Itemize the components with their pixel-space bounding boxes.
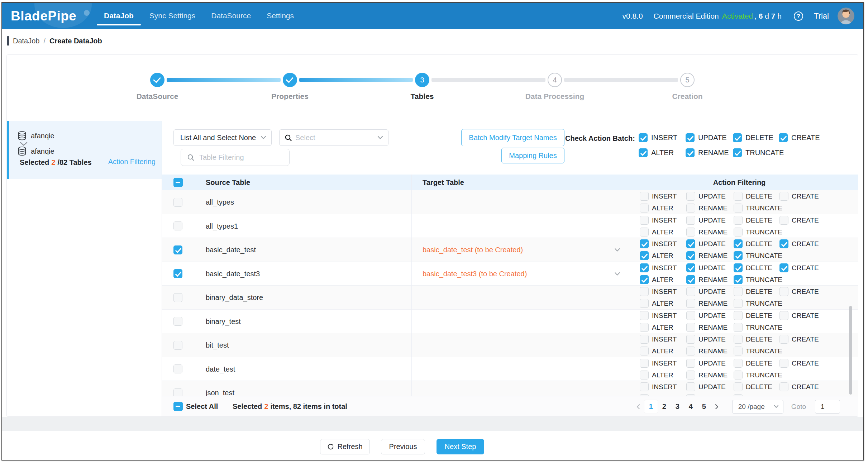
breadcrumb-root[interactable]: DataJob — [13, 37, 40, 45]
row-checkbox-delete[interactable] — [734, 335, 743, 344]
row-checkbox-update[interactable] — [686, 239, 695, 248]
row-checkbox-delete[interactable] — [734, 382, 743, 391]
batch-checkbox-alter[interactable] — [639, 148, 648, 157]
row-checkbox-rename[interactable] — [686, 299, 695, 308]
page-size-select[interactable]: 20 /page — [732, 400, 783, 414]
next-step-button[interactable]: Next Step — [437, 439, 484, 454]
row-checkbox-insert[interactable] — [640, 287, 649, 296]
row-checkbox-create[interactable] — [779, 263, 788, 272]
row-checkbox-rename[interactable] — [686, 251, 695, 260]
row-checkbox-delete[interactable] — [734, 311, 743, 320]
row-checkbox-insert[interactable] — [640, 335, 649, 344]
sidebar-selected-pair[interactable]: afanqie afanqie Selected2/82 Tables Acti… — [7, 121, 162, 179]
row-checkbox-rename[interactable] — [686, 204, 695, 213]
row-checkbox-update[interactable] — [686, 192, 695, 201]
batch-checkbox-truncate[interactable] — [733, 148, 742, 157]
batch-checkbox-create[interactable] — [779, 133, 788, 142]
row-checkbox-rename[interactable] — [686, 275, 695, 284]
row-checkbox-insert[interactable] — [640, 263, 649, 272]
row-checkbox-rename[interactable] — [686, 371, 695, 380]
row-checkbox-alter[interactable] — [640, 371, 649, 380]
row-checkbox-alter[interactable] — [640, 347, 649, 355]
batch-modify-button[interactable]: Batch Modify Target Names — [461, 129, 564, 146]
nav-item-datasource[interactable]: DataSource — [203, 3, 259, 29]
row-select-checkbox[interactable] — [173, 364, 182, 373]
page-number-5[interactable]: 5 — [697, 400, 711, 413]
row-checkbox-create[interactable] — [779, 192, 788, 201]
nav-item-sync-settings[interactable]: Sync Settings — [142, 3, 203, 29]
row-select-checkbox[interactable] — [173, 269, 182, 278]
row-checkbox-insert[interactable] — [640, 239, 649, 248]
row-checkbox-create[interactable] — [779, 287, 788, 296]
select-all-checkbox[interactable] — [173, 402, 183, 411]
row-checkbox-truncate[interactable] — [734, 204, 743, 213]
batch-checkbox-rename[interactable] — [686, 148, 695, 157]
row-checkbox-delete[interactable] — [734, 239, 743, 248]
row-checkbox-rename[interactable] — [686, 228, 695, 237]
page-number-4[interactable]: 4 — [684, 400, 697, 413]
row-checkbox-update[interactable] — [686, 382, 695, 391]
nav-item-settings[interactable]: Settings — [259, 3, 302, 29]
table-filter-field[interactable] — [181, 149, 290, 166]
goto-page-input[interactable] — [815, 400, 840, 414]
help-icon[interactable]: ? — [793, 11, 803, 21]
select-page-checkbox[interactable] — [173, 178, 183, 187]
row-checkbox-update[interactable] — [686, 311, 695, 320]
page-number-2[interactable]: 2 — [658, 400, 671, 413]
row-checkbox-alter[interactable] — [640, 204, 649, 213]
row-checkbox-truncate[interactable] — [734, 323, 743, 332]
page-number-3[interactable]: 3 — [671, 400, 684, 413]
next-page-icon[interactable] — [711, 404, 723, 410]
target-expand-chevron-icon[interactable] — [614, 272, 620, 276]
previous-button[interactable]: Previous — [381, 439, 425, 454]
row-select-checkbox[interactable] — [173, 245, 182, 254]
row-select-checkbox[interactable] — [173, 388, 182, 396]
row-checkbox-truncate[interactable] — [734, 251, 743, 260]
app-logo[interactable]: BladePipe — [11, 9, 76, 24]
select-all-label[interactable]: Select All — [186, 396, 218, 417]
row-checkbox-insert[interactable] — [640, 192, 649, 201]
row-checkbox-alter[interactable] — [640, 323, 649, 332]
page-number-1[interactable]: 1 — [644, 400, 658, 413]
row-checkbox-delete[interactable] — [734, 263, 743, 272]
row-checkbox-rename[interactable] — [686, 323, 695, 332]
row-checkbox-create[interactable] — [779, 359, 788, 368]
row-checkbox-delete[interactable] — [734, 287, 743, 296]
row-checkbox-update[interactable] — [686, 287, 695, 296]
refresh-button[interactable]: Refresh — [320, 439, 370, 454]
row-checkbox-create[interactable] — [779, 382, 788, 391]
batch-checkbox-insert[interactable] — [639, 133, 648, 142]
row-checkbox-insert[interactable] — [640, 359, 649, 368]
row-checkbox-truncate[interactable] — [734, 347, 743, 355]
row-checkbox-delete[interactable] — [734, 192, 743, 201]
row-checkbox-create[interactable] — [779, 239, 788, 248]
row-checkbox-insert[interactable] — [640, 216, 649, 225]
row-checkbox-insert[interactable] — [640, 311, 649, 320]
row-checkbox-update[interactable] — [686, 216, 695, 225]
table-filter-input[interactable] — [199, 153, 282, 162]
row-checkbox-truncate[interactable] — [734, 228, 743, 237]
trial-label[interactable]: Trial — [814, 11, 829, 21]
row-checkbox-truncate[interactable] — [734, 275, 743, 284]
row-checkbox-alter[interactable] — [640, 228, 649, 237]
target-expand-chevron-icon[interactable] — [614, 248, 620, 252]
row-select-checkbox[interactable] — [173, 293, 182, 302]
row-checkbox-create[interactable] — [779, 311, 788, 320]
row-select-checkbox[interactable] — [173, 221, 182, 230]
row-checkbox-insert[interactable] — [640, 382, 649, 391]
row-checkbox-alter[interactable] — [640, 275, 649, 284]
row-checkbox-update[interactable] — [686, 335, 695, 344]
nav-item-datajob[interactable]: DataJob — [96, 3, 142, 29]
row-checkbox-update[interactable] — [686, 359, 695, 368]
row-checkbox-delete[interactable] — [734, 216, 743, 225]
batch-checkbox-update[interactable] — [686, 133, 695, 142]
action-filtering-link[interactable]: Action Filtering — [108, 158, 156, 166]
table-select-combo[interactable] — [279, 129, 388, 146]
table-scrollbar-thumb[interactable] — [849, 306, 852, 395]
row-select-checkbox[interactable] — [173, 198, 182, 207]
row-checkbox-update[interactable] — [686, 263, 695, 272]
row-checkbox-truncate[interactable] — [734, 371, 743, 380]
table-select-input[interactable] — [295, 134, 367, 142]
mapping-rules-button[interactable]: Mapping Rules — [501, 148, 564, 163]
list-mode-select[interactable]: List All and Select None — [173, 129, 272, 146]
